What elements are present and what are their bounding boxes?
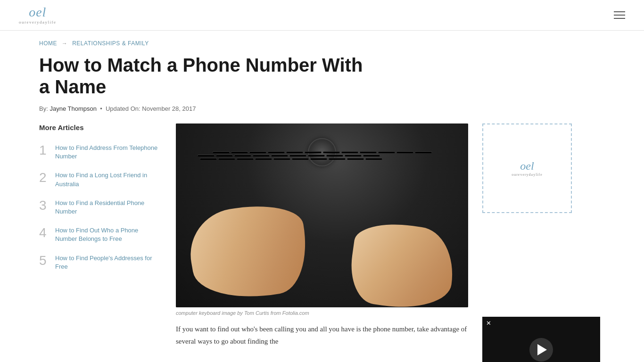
hamburger-line-2 <box>614 15 625 16</box>
list-item: 1 How to Find Address From Telephone Num… <box>39 144 162 161</box>
key <box>308 155 325 156</box>
article-meta: By: Jayne Thompson • Updated On: Novembe… <box>39 105 605 112</box>
key <box>341 151 358 153</box>
video-play-button[interactable] <box>529 338 553 362</box>
page-wrapper: HOME → RELATIONSHIPS & FAMILY How to Mat… <box>20 31 624 362</box>
hamburger-menu[interactable] <box>614 11 625 19</box>
site-logo[interactable]: oel oureverydaylife <box>19 6 56 25</box>
ad-logo-text: oel <box>520 160 534 173</box>
article-link-1[interactable]: How to Find Address From Telephone Numbe… <box>55 144 162 161</box>
breadcrumb: HOME → RELATIONSHIPS & FAMILY <box>39 40 605 47</box>
key-row-3 <box>190 158 454 160</box>
play-icon <box>537 344 547 355</box>
key <box>234 155 251 156</box>
author-label: By: <box>39 105 48 112</box>
key <box>286 151 303 153</box>
key <box>347 158 364 160</box>
key <box>305 151 322 153</box>
key <box>213 151 230 153</box>
key <box>310 158 327 160</box>
main-layout: More Articles 1 How to Find Address From… <box>39 123 605 362</box>
hamburger-line-1 <box>614 11 625 12</box>
key <box>249 151 266 153</box>
key <box>378 151 395 153</box>
list-item: 4 How to Find Out Who a Phone Number Bel… <box>39 226 162 243</box>
key <box>198 155 215 156</box>
article-link-4[interactable]: How to Find Out Who a Phone Number Belon… <box>55 226 162 243</box>
key <box>218 158 235 160</box>
key-row-1 <box>190 151 454 153</box>
logo-tagline: oureverydaylife <box>19 20 56 25</box>
key <box>289 155 306 156</box>
list-item: 5 How to Find People's Addresses for Fre… <box>39 254 162 271</box>
item-number: 1 <box>39 144 50 157</box>
video-player[interactable]: ✕ <box>482 317 600 362</box>
image-caption: computer keyboard image by Tom Curtis fr… <box>176 310 468 316</box>
item-number: 2 <box>39 171 50 184</box>
list-item: 2 How to Find a Long Lost Friend in Aust… <box>39 171 162 188</box>
right-sidebar: oel oureverydaylife ✕ <box>482 123 605 362</box>
article-title: How to Match a Phone Number With a Name <box>39 54 369 98</box>
key <box>292 158 309 160</box>
ad-logo-tagline: oureverydaylife <box>512 173 543 177</box>
key <box>273 158 290 160</box>
article-link-2[interactable]: How to Find a Long Lost Friend in Austra… <box>55 171 162 188</box>
article-link-3[interactable]: How to Find a Residential Phone Number <box>55 199 162 216</box>
article-intro: If you want to find out who's been calli… <box>176 323 468 347</box>
breadcrumb-section[interactable]: RELATIONSHIPS & FAMILY <box>72 40 149 47</box>
key-row-2 <box>190 155 454 156</box>
key <box>268 151 285 153</box>
key <box>216 155 233 156</box>
key <box>415 151 432 153</box>
key <box>360 151 377 153</box>
key <box>237 158 254 160</box>
article-list: 1 How to Find Address From Telephone Num… <box>39 144 162 271</box>
key <box>200 158 217 160</box>
site-header: oel oureverydaylife <box>0 0 644 31</box>
logo-text: oel <box>29 6 46 19</box>
key <box>271 155 288 156</box>
article-date: November 28, 2017 <box>142 105 196 112</box>
item-number: 5 <box>39 254 50 267</box>
left-sidebar: More Articles 1 How to Find Address From… <box>39 123 176 362</box>
key <box>363 155 380 156</box>
key <box>323 151 340 153</box>
advertisement-box: oel oureverydaylife <box>482 123 572 213</box>
item-number: 4 <box>39 226 50 239</box>
key <box>253 155 270 156</box>
date-label: Updated On: <box>106 105 140 112</box>
key <box>231 151 248 153</box>
key <box>255 158 272 160</box>
item-number: 3 <box>39 199 50 212</box>
featured-image <box>176 123 468 307</box>
breadcrumb-separator: → <box>62 40 68 47</box>
key <box>396 151 413 153</box>
video-close-button[interactable]: ✕ <box>486 320 491 327</box>
key <box>345 155 362 156</box>
key <box>329 158 346 160</box>
featured-image-container: computer keyboard image by Tom Curtis fr… <box>176 123 468 316</box>
breadcrumb-home[interactable]: HOME <box>39 40 57 47</box>
article-link-5[interactable]: How to Find People's Addresses for Free <box>55 254 162 271</box>
key <box>365 158 382 160</box>
article-author[interactable]: Jayne Thompson <box>50 105 97 112</box>
hamburger-line-3 <box>614 18 625 19</box>
more-articles-heading: More Articles <box>39 123 162 134</box>
list-item: 3 How to Find a Residential Phone Number <box>39 199 162 216</box>
article-body: computer keyboard image by Tom Curtis fr… <box>176 123 482 362</box>
key <box>326 155 343 156</box>
